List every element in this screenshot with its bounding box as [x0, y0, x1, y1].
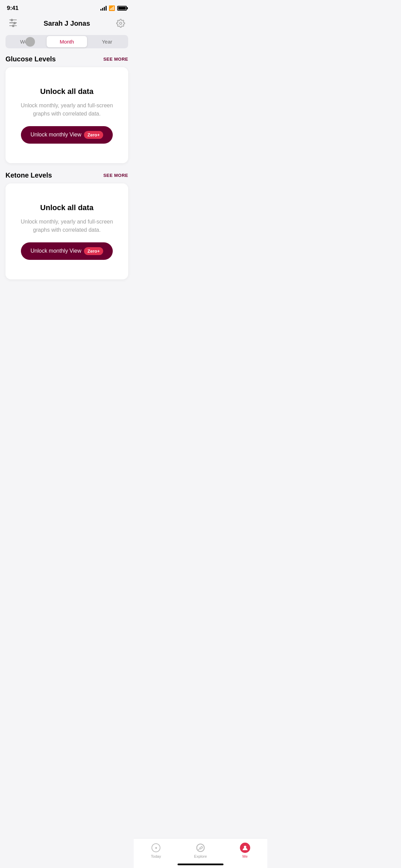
- glucose-section-header: Glucose Levels SEE MORE: [5, 55, 128, 63]
- glucose-unlock-card: Unlock all data Unlock monthly, yearly a…: [5, 67, 128, 163]
- segment-drag-handle[interactable]: [25, 37, 35, 47]
- glucose-unlock-desc: Unlock monthly, yearly and full-screen g…: [19, 101, 115, 118]
- glucose-section: Glucose Levels SEE MORE Unlock all data …: [5, 55, 128, 163]
- ketone-unlock-button[interactable]: Unlock monthly View Zero+: [21, 242, 113, 260]
- ketone-unlock-btn-text: Unlock monthly View: [31, 248, 81, 254]
- ketone-section-header: Ketone Levels SEE MORE: [5, 171, 128, 179]
- glucose-title: Glucose Levels: [5, 55, 56, 63]
- battery-icon: [117, 6, 127, 11]
- glucose-unlock-title: Unlock all data: [40, 87, 93, 96]
- ketone-section: Ketone Levels SEE MORE Unlock all data U…: [5, 171, 128, 279]
- wifi-icon: 📶: [109, 5, 115, 11]
- ketone-title: Ketone Levels: [5, 171, 52, 179]
- ketone-unlock-title: Unlock all data: [40, 203, 93, 212]
- segment-month[interactable]: Month: [47, 36, 87, 47]
- ketone-zero-plus-badge: Zero+: [84, 247, 103, 255]
- page-title: Sarah J Jonas: [44, 20, 90, 27]
- glucose-zero-plus-badge: Zero+: [84, 131, 103, 139]
- segment-year[interactable]: Year: [87, 36, 127, 47]
- glucose-unlock-btn-text: Unlock monthly View: [31, 132, 81, 138]
- header: Sarah J Jonas: [0, 14, 134, 35]
- segment-control: Week Month Year: [5, 35, 128, 48]
- scroll-content: Glucose Levels SEE MORE Unlock all data …: [0, 55, 134, 322]
- signal-icon: [100, 6, 107, 11]
- status-icons: 📶: [100, 5, 127, 11]
- status-time: 9:41: [7, 5, 19, 12]
- glucose-see-more-button[interactable]: SEE MORE: [103, 57, 128, 62]
- ketone-see-more-button[interactable]: SEE MORE: [103, 173, 128, 178]
- svg-point-0: [120, 22, 122, 25]
- glucose-unlock-button[interactable]: Unlock monthly View Zero+: [21, 126, 113, 144]
- ketone-unlock-card: Unlock all data Unlock monthly, yearly a…: [5, 183, 128, 279]
- status-bar: 9:41 📶: [0, 0, 134, 14]
- ketone-unlock-desc: Unlock monthly, yearly and full-screen g…: [19, 218, 115, 234]
- filter-icon[interactable]: [7, 17, 19, 29]
- settings-icon[interactable]: [114, 17, 127, 29]
